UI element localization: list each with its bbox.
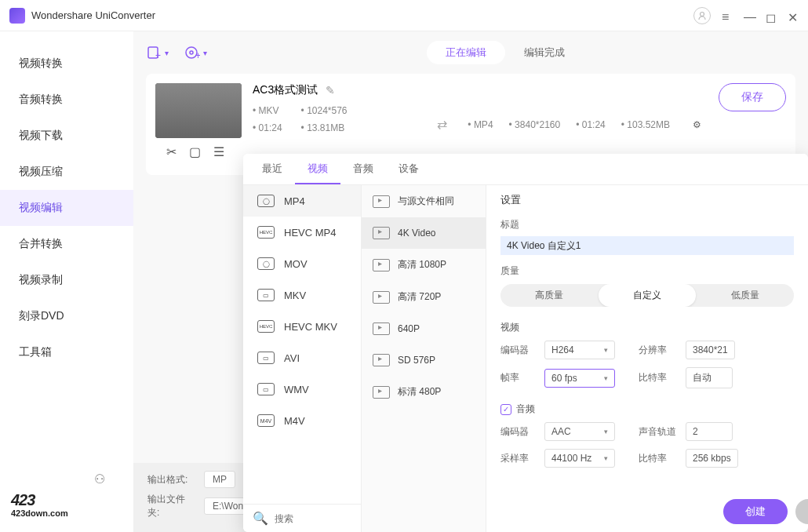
audio-sample-select[interactable]: 44100 Hz▾ bbox=[544, 449, 615, 468]
src-size: 13.81MB bbox=[301, 122, 348, 133]
popup-tab-recent[interactable]: 最近 bbox=[249, 154, 295, 184]
preset-title-input[interactable] bbox=[500, 236, 794, 255]
title-label: 标题 bbox=[500, 218, 794, 231]
create-button[interactable]: 创建 bbox=[723, 499, 788, 524]
video-encoder-label: 编码器 bbox=[500, 344, 535, 357]
format-avi[interactable]: ▭AVI bbox=[243, 342, 361, 373]
video-fps-select[interactable]: 60 fps▾ bbox=[544, 369, 615, 388]
quality-custom[interactable]: 自定义 bbox=[599, 284, 697, 307]
audio-encoder-select[interactable]: AAC▾ bbox=[544, 422, 615, 441]
video-thumbnail[interactable] bbox=[155, 83, 242, 138]
add-disc-button[interactable]: +▾ bbox=[184, 45, 207, 60]
menu-icon[interactable]: ≡ bbox=[722, 10, 733, 21]
format-m4v[interactable]: M4VM4V bbox=[243, 405, 361, 436]
gear-icon[interactable]: ⚙ bbox=[686, 114, 708, 136]
audio-section-header: ✓音频 bbox=[500, 403, 794, 416]
video-res-select[interactable]: 3840*21 bbox=[686, 341, 735, 359]
src-resolution: 1024*576 bbox=[301, 105, 348, 116]
app-icon bbox=[9, 8, 25, 24]
crop-icon[interactable]: ▢ bbox=[189, 144, 201, 159]
video-bitrate-select[interactable]: 自动 bbox=[686, 367, 733, 388]
preset-1080p[interactable]: 高清 1080P bbox=[362, 249, 486, 281]
video-section-header: 视频 bbox=[500, 321, 794, 334]
shuffle-icon[interactable]: ⇄ bbox=[437, 117, 447, 132]
audio-bitrate-label: 比特率 bbox=[639, 452, 676, 465]
rename-icon[interactable]: ✎ bbox=[326, 84, 335, 97]
popup-tab-video[interactable]: 视频 bbox=[295, 154, 340, 184]
output-folder-label: 输出文件夹: bbox=[147, 493, 196, 519]
output-format-select[interactable]: MP bbox=[204, 471, 235, 488]
format-search[interactable]: 🔍 bbox=[243, 504, 361, 532]
settings-panel: 设置 标题 质量 高质量 自定义 低质量 视频 编码器 H264▾ 分辨率 38… bbox=[486, 154, 808, 532]
src-duration: 01:24 bbox=[253, 122, 282, 133]
preset-720p[interactable]: 高清 720P bbox=[362, 281, 486, 313]
src-format: MKV bbox=[253, 105, 282, 116]
sidebar-item-download[interactable]: 视频下载 bbox=[0, 118, 133, 154]
svg-point-4 bbox=[190, 51, 193, 54]
audio-channel-label: 声音轨道 bbox=[639, 425, 676, 439]
minimize-icon[interactable]: — bbox=[744, 10, 755, 21]
format-list: ◯MP4 HEVCHEVC MP4 ◯MOV ▭MKV HEVCHEVC MKV… bbox=[243, 154, 361, 532]
audio-checkbox[interactable]: ✓ bbox=[500, 404, 511, 415]
format-mov[interactable]: ◯MOV bbox=[243, 248, 361, 279]
svg-text:+: + bbox=[155, 50, 161, 60]
out-resolution: 3840*2160 bbox=[509, 119, 561, 130]
save-button[interactable]: 保存 bbox=[719, 83, 786, 111]
svg-text:+: + bbox=[195, 50, 200, 60]
quality-tabs: 高质量 自定义 低质量 bbox=[500, 284, 794, 307]
add-file-button[interactable]: +▾ bbox=[146, 45, 169, 60]
app-title: Wondershare UniConverter bbox=[31, 9, 693, 21]
preset-576p[interactable]: SD 576P bbox=[362, 344, 486, 376]
tab-editing[interactable]: 正在编辑 bbox=[427, 41, 505, 64]
settings-heading: 设置 bbox=[500, 193, 794, 207]
output-format-label: 输出格式: bbox=[147, 473, 196, 486]
tab-done[interactable]: 编辑完成 bbox=[505, 41, 584, 64]
sidebar-item-compress[interactable]: 视频压缩 bbox=[0, 154, 133, 190]
out-duration: 01:24 bbox=[576, 119, 606, 130]
format-settings-popup: 最近 视频 音频 设备 ◯MP4 HEVCHEVC MP4 ◯MOV ▭MKV … bbox=[243, 154, 808, 532]
sidebar-item-dvd[interactable]: 刻录DVD bbox=[0, 298, 133, 334]
format-hevc-mp4[interactable]: HEVCHEVC MP4 bbox=[243, 217, 361, 248]
file-title: AC3格式测试 bbox=[253, 83, 318, 97]
audio-bitrate-select[interactable]: 256 kbps bbox=[686, 449, 738, 468]
quality-high[interactable]: 高质量 bbox=[500, 284, 599, 307]
audio-sample-label: 采样率 bbox=[500, 452, 535, 465]
video-res-label: 分辨率 bbox=[639, 344, 676, 357]
preset-640p[interactable]: 640P bbox=[362, 313, 486, 344]
sidebar-item-record[interactable]: 视频录制 bbox=[0, 262, 133, 298]
sidebar: 视频转换 音频转换 视频下载 视频压缩 视频编辑 合并转换 视频录制 刻录DVD… bbox=[0, 31, 133, 532]
preset-same-as-source[interactable]: 与源文件相同 bbox=[362, 185, 486, 217]
preset-480p[interactable]: 标清 480P bbox=[362, 376, 486, 408]
audio-channel-select[interactable]: 2 bbox=[686, 422, 733, 441]
create-secondary[interactable] bbox=[795, 499, 808, 524]
adjust-icon[interactable]: ☰ bbox=[213, 144, 224, 159]
popup-tab-audio[interactable]: 音频 bbox=[340, 154, 386, 184]
sidebar-item-merge[interactable]: 合并转换 bbox=[0, 226, 133, 262]
titlebar: Wondershare UniConverter ≡ — ◻ ✕ bbox=[0, 0, 808, 31]
quality-low[interactable]: 低质量 bbox=[696, 284, 794, 307]
search-icon: 🔍 bbox=[253, 511, 268, 526]
format-hevc-mkv[interactable]: HEVCHEVC MKV bbox=[243, 311, 361, 342]
watermark: 423 423down.com bbox=[11, 491, 68, 518]
sidebar-item-audio-convert[interactable]: 音频转换 bbox=[0, 82, 133, 118]
video-bitrate-label: 比特率 bbox=[639, 371, 676, 384]
format-wmv[interactable]: ▭WMV bbox=[243, 373, 361, 405]
sidebar-item-edit[interactable]: 视频编辑 bbox=[0, 190, 133, 226]
audio-encoder-label: 编码器 bbox=[500, 425, 535, 439]
user-icon[interactable] bbox=[693, 7, 711, 24]
video-encoder-select[interactable]: H264▾ bbox=[544, 341, 615, 359]
svg-point-0 bbox=[701, 12, 704, 16]
popup-tab-device[interactable]: 设备 bbox=[386, 154, 431, 184]
preset-list: 与源文件相同 4K Video 高清 1080P 高清 720P 640P SD… bbox=[361, 154, 486, 532]
format-mkv[interactable]: ▭MKV bbox=[243, 279, 361, 311]
quality-label: 质量 bbox=[500, 264, 794, 278]
preset-4k[interactable]: 4K Video bbox=[362, 217, 486, 249]
sidebar-item-video-convert[interactable]: 视频转换 bbox=[0, 46, 133, 82]
group-icon[interactable]: ⚇ bbox=[94, 472, 105, 486]
maximize-icon[interactable]: ◻ bbox=[766, 10, 777, 21]
cut-icon[interactable]: ✂ bbox=[166, 144, 177, 159]
format-mp4[interactable]: ◯MP4 bbox=[243, 185, 361, 217]
sidebar-item-toolbox[interactable]: 工具箱 bbox=[0, 334, 133, 370]
close-icon[interactable]: ✕ bbox=[788, 10, 799, 21]
search-input[interactable] bbox=[275, 513, 345, 524]
